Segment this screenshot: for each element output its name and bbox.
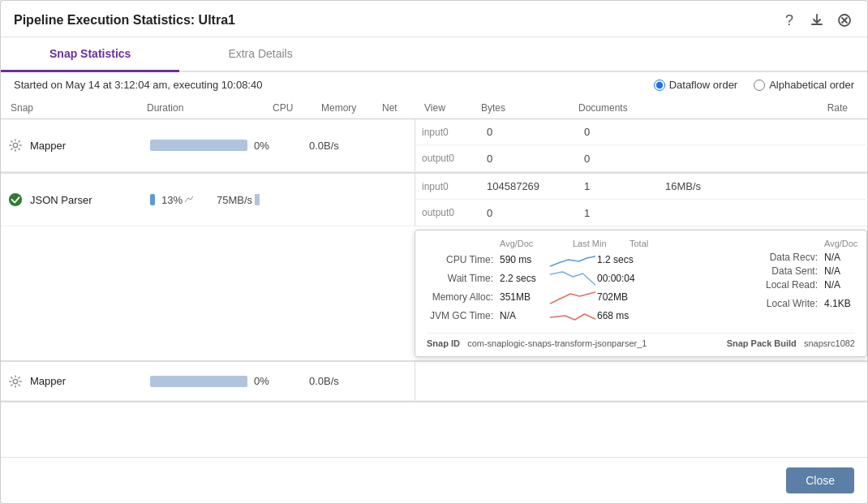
- snap-main-row: JSON Parser 13% 75MB/s inp: [1, 174, 867, 226]
- col-total: Total: [630, 239, 686, 248]
- status-text: Started on May 14 at 3:12:04 am, executi…: [14, 79, 262, 91]
- tabs: Snap Statistics Extra Details: [1, 37, 867, 72]
- tooltip-row-localwrite: Local Write: 4.1KB 8.2KB: [751, 298, 868, 314]
- snap-left: JSON Parser 13% 75MB/s: [1, 174, 415, 226]
- status-row: Started on May 14 at 3:12:04 am, executi…: [1, 72, 867, 97]
- dataflow-order-label[interactable]: Dataflow order: [654, 79, 738, 91]
- check-icon: [7, 192, 24, 208]
- col-view: View: [421, 99, 478, 117]
- tooltip-right: Avg/Doc Last Min Total Data Recv: N/A N/…: [751, 239, 868, 326]
- alphabetical-order-label[interactable]: Alphabetical order: [754, 79, 854, 91]
- snap-right: [415, 362, 867, 400]
- tooltip-row-wait: Wait Time: 2.2 secs 00:00:04: [427, 270, 735, 286]
- svg-point-3: [13, 143, 17, 147]
- snap-right: input0 0 0 0 Doc/s output0 0 0 0 Doc/s: [415, 119, 868, 171]
- tab-snap-statistics[interactable]: Snap Statistics: [1, 37, 179, 72]
- tooltip-avg: 2.2 secs: [500, 273, 548, 284]
- dialog: Pipeline Execution Statistics: Ultra1 ? …: [0, 0, 868, 504]
- tooltip-avg: 351MB: [500, 291, 548, 303]
- snap-mem: 0.0B/s: [309, 375, 374, 387]
- snap-cpu: 0%: [254, 140, 303, 152]
- io-rate-right: 0.5 Doc/s: [827, 207, 868, 219]
- table-row: Mapper 0% 0.0B/s: [1, 362, 867, 403]
- io-rate-right: 0 Doc/s: [827, 126, 868, 138]
- snap-mem: 0.0B/s: [309, 140, 374, 152]
- tooltip-total: 00:00:04: [597, 273, 646, 284]
- close-icon[interactable]: [835, 11, 854, 30]
- snap-main-row: Mapper 0% 0.0B/s: [1, 362, 867, 401]
- stats-tooltip: Avg/Doc Last Min Total CPU Time: 590 ms …: [415, 230, 867, 357]
- duration-bar: [150, 140, 247, 151]
- snap-id-value: com-snaplogic-snaps-transform-jsonparser…: [467, 338, 647, 348]
- close-button[interactable]: Close: [786, 467, 854, 493]
- snap-left: Mapper 0% 0.0B/s: [1, 362, 415, 400]
- tooltip-avg: N/A: [824, 265, 868, 277]
- io-row: output0 0 0 0 Doc/s: [415, 145, 868, 171]
- snap-cpu: 0%: [254, 375, 303, 387]
- alphabetical-order-text: Alphabetical order: [769, 79, 854, 91]
- snap-pack-label: Snap Pack Build: [727, 338, 797, 348]
- tab-extra-details[interactable]: Extra Details: [179, 37, 341, 72]
- tooltip-row-cpu: CPU Time: 590 ms 1.2 secs: [427, 252, 735, 268]
- col-net: Net: [379, 99, 411, 117]
- duration-bar: [150, 376, 247, 387]
- io-rate-right: 0 Doc/s: [827, 153, 868, 165]
- tooltip-total: 668 ms: [597, 310, 646, 321]
- tooltip-avg: N/A: [824, 279, 868, 295]
- tooltip-label: JVM GC Time:: [427, 310, 500, 321]
- snap-name: JSON Parser: [30, 194, 144, 206]
- wait-chart: [548, 270, 597, 286]
- io-bytes: 0: [487, 207, 584, 219]
- io-docs: 1: [584, 180, 665, 192]
- order-radio-group: Dataflow order Alphabetical order: [654, 79, 854, 91]
- io-rate-right: 0.2 Doc/s: [827, 180, 868, 192]
- snap-name: Mapper: [30, 140, 144, 152]
- tooltip-avg: 590 ms: [500, 254, 548, 265]
- download-icon[interactable]: [807, 11, 827, 30]
- io-bytes: 0: [487, 126, 584, 138]
- alphabetical-order-radio[interactable]: [754, 80, 765, 91]
- io-row: output0 0 1 0.5 Doc/s: [415, 200, 868, 226]
- col-snap: Snap: [7, 99, 144, 117]
- io-docs: 1: [584, 207, 665, 219]
- tooltip-total: 702MB: [597, 291, 646, 303]
- tooltip-avg: N/A: [500, 310, 548, 321]
- io-row: input0 104587269 1 16MB/s 0.2 Doc/s: [415, 174, 868, 200]
- tooltip-row-mem: Memory Alloc: 351MB 702MB: [427, 289, 735, 305]
- io-docs: 0: [584, 126, 665, 138]
- col-lastmin: Last Min: [573, 239, 630, 248]
- table-row: JSON Parser 13% 75MB/s inp: [1, 174, 867, 362]
- dialog-header: Pipeline Execution Statistics: Ultra1 ?: [1, 1, 867, 37]
- mem-chart: [548, 289, 597, 305]
- help-icon[interactable]: ?: [780, 11, 799, 30]
- tooltip-label: Local Read:: [751, 279, 824, 295]
- dialog-title: Pipeline Execution Statistics: Ultra1: [14, 13, 235, 28]
- table-header-left: Snap Duration CPU Memory Net: [7, 99, 421, 117]
- tooltip-label: Wait Time:: [427, 273, 500, 284]
- gc-chart: [548, 308, 597, 324]
- col-bytes: Bytes: [478, 99, 575, 117]
- svg-point-4: [9, 193, 22, 206]
- tooltip-left: Avg/Doc Last Min Total CPU Time: 590 ms …: [427, 239, 735, 326]
- main-table: Mapper 0% 0.0B/s input0 0 0 0 Doc/s outp…: [1, 119, 867, 457]
- tooltip-row-recv: Data Recv: N/A N/A: [751, 252, 868, 263]
- tooltip-label: Data Sent:: [751, 265, 824, 277]
- tooltip-label: CPU Time:: [427, 254, 500, 265]
- col-documents: Documents: [575, 99, 664, 117]
- snap-id-label: Snap ID: [427, 338, 460, 348]
- io-label: input0: [422, 127, 487, 138]
- io-bytes: 104587269: [487, 180, 584, 192]
- gear-icon: [7, 373, 24, 390]
- tooltip-row-sent: Data Sent: N/A N/A: [751, 265, 868, 277]
- table-row: Mapper 0% 0.0B/s input0 0 0 0 Doc/s outp…: [1, 119, 867, 174]
- io-row: input0 0 0 0 Doc/s: [415, 119, 868, 145]
- svg-point-7: [13, 379, 17, 383]
- snap-name: Mapper: [30, 375, 144, 387]
- table-header-right: View Bytes Documents Rate: [421, 99, 861, 117]
- header-icons: ?: [780, 11, 854, 30]
- cpu-chart: [548, 252, 597, 268]
- dataflow-order-radio[interactable]: [654, 80, 665, 91]
- tooltip-avg: 4.1KB: [824, 298, 868, 314]
- snap-main-row: Mapper 0% 0.0B/s input0 0 0 0 Doc/s outp…: [1, 119, 867, 172]
- tooltip-row-gc: JVM GC Time: N/A 668 ms: [427, 308, 735, 324]
